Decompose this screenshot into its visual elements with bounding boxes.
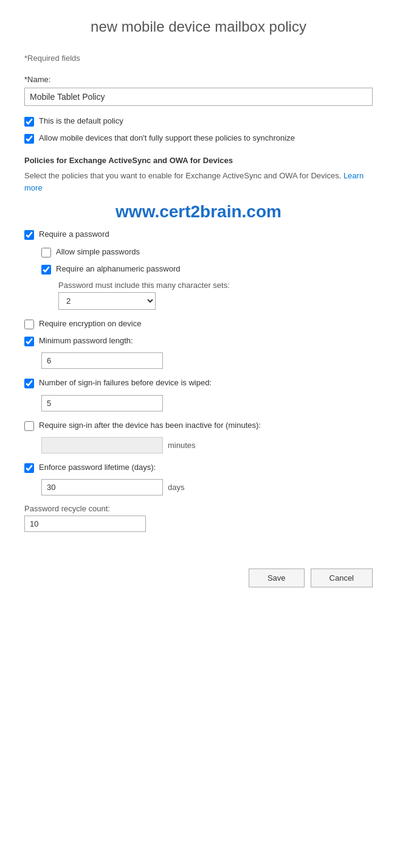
inactive-minutes-input[interactable] — [41, 437, 163, 453]
min-password-checkbox[interactable] — [24, 337, 34, 346]
default-policy-checkbox[interactable] — [24, 117, 34, 127]
allow-mobile-checkbox[interactable] — [24, 134, 34, 144]
default-policy-row: This is the default policy — [24, 116, 373, 127]
allow-mobile-row: Allow mobile devices that don't fully su… — [24, 133, 373, 144]
allow-simple-row: Allow simple passwords — [41, 247, 373, 257]
require-encryption-row: Require encryption on device — [24, 318, 373, 329]
allow-simple-checkbox[interactable] — [41, 248, 51, 257]
min-password-label: Minimum password length: — [39, 335, 133, 346]
require-signin-row: Require sign-in after the device has bee… — [24, 420, 373, 431]
page-container: new mobile device mailbox policy *Requir… — [0, 0, 397, 868]
section-heading: Policies for Exchange ActiveSync and OWA… — [24, 156, 373, 165]
char-sets-label: Password must include this many characte… — [58, 281, 373, 290]
section-description-text: Select the policies that you want to ena… — [24, 171, 341, 180]
enforce-lifetime-label: Enforce password lifetime (days): — [39, 462, 156, 473]
sign-in-failures-wrapper: Number of sign-in failures before device… — [24, 377, 373, 411]
recycle-count-input[interactable] — [24, 516, 146, 532]
require-password-row: Require a password — [24, 229, 373, 240]
inactive-minutes-wrapper: minutes — [24, 437, 373, 453]
enforce-lifetime-wrapper: Enforce password lifetime (days): days — [24, 462, 373, 495]
sign-in-failures-input-wrapper — [24, 395, 373, 411]
recycle-count-label: Password recycle count: — [24, 504, 373, 513]
bottom-buttons: Save Cancel — [24, 556, 373, 587]
recycle-count-wrapper: Password recycle count: — [24, 504, 373, 532]
require-signin-checkbox[interactable] — [24, 421, 34, 431]
cancel-button[interactable]: Cancel — [311, 569, 373, 587]
require-password-label: Require a password — [39, 229, 109, 240]
min-password-wrapper: Minimum password length: — [24, 335, 373, 369]
enforce-lifetime-input[interactable] — [41, 479, 163, 495]
recycle-count-input-wrapper — [24, 516, 373, 532]
sign-in-failures-row: Number of sign-in failures before device… — [24, 377, 373, 388]
allow-mobile-label: Allow mobile devices that don't fully su… — [39, 133, 295, 144]
require-signin-label: Require sign-in after the device has bee… — [39, 420, 261, 431]
char-sets-select[interactable]: 1 2 3 4 — [58, 292, 156, 310]
sign-in-failures-label: Number of sign-in failures before device… — [39, 377, 212, 388]
require-encryption-label: Require encryption on device — [39, 318, 141, 329]
page-title: new mobile device mailbox policy — [24, 18, 373, 35]
watermark: www.cert2brain.com — [24, 202, 373, 222]
min-password-input-wrapper — [24, 352, 373, 369]
char-sets-field: Password must include this many characte… — [41, 281, 373, 310]
sign-in-failures-checkbox[interactable] — [24, 379, 34, 388]
enforce-lifetime-unit: days — [168, 483, 184, 492]
encryption-row-wrapper: Require encryption on device — [24, 318, 373, 329]
name-field-group: *Name: — [24, 75, 373, 106]
save-button[interactable]: Save — [249, 569, 305, 587]
min-password-row: Minimum password length: — [24, 335, 373, 346]
password-options-group: Allow simple passwords Require an alphan… — [24, 247, 373, 310]
name-input[interactable] — [24, 88, 373, 106]
default-policy-label: This is the default policy — [39, 116, 123, 127]
require-alphanumeric-row: Require an alphanumeric password — [41, 264, 373, 275]
require-signin-wrapper: Require sign-in after the device has bee… — [24, 420, 373, 453]
name-label: *Name: — [24, 75, 373, 84]
enforce-lifetime-row: Enforce password lifetime (days): — [24, 462, 373, 473]
require-alphanumeric-label: Require an alphanumeric password — [56, 264, 181, 275]
inactive-minutes-unit: minutes — [168, 441, 196, 450]
enforce-lifetime-input-wrapper: days — [24, 479, 373, 495]
require-encryption-checkbox[interactable] — [24, 320, 34, 329]
enforce-lifetime-checkbox[interactable] — [24, 463, 34, 473]
min-password-input[interactable] — [41, 352, 163, 369]
sign-in-failures-input[interactable] — [41, 395, 163, 411]
require-alphanumeric-checkbox[interactable] — [41, 265, 51, 275]
allow-simple-label: Allow simple passwords — [56, 247, 140, 257]
required-fields-notice: *Required fields — [24, 54, 373, 63]
section-description: Select the policies that you want to ena… — [24, 170, 373, 194]
require-password-checkbox[interactable] — [24, 230, 34, 240]
